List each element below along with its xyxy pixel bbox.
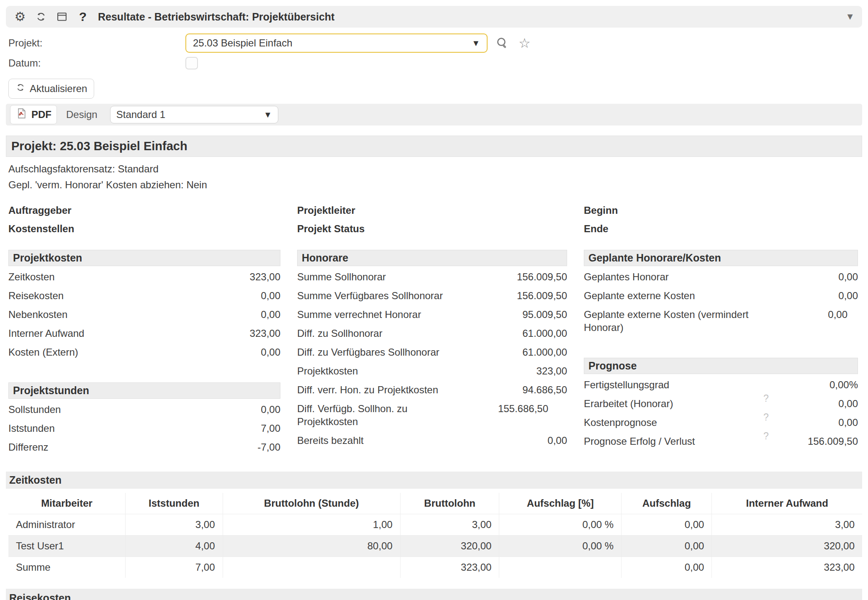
pdf-button[interactable]: PDF bbox=[10, 105, 57, 124]
table-row: Geplantes Honorar 0,00 bbox=[584, 267, 858, 286]
table-row: Iststunden 7,00 bbox=[8, 419, 280, 438]
table-row: Diff. zu Sollhonorar 61.000,00 bbox=[297, 324, 567, 343]
refresh-icon[interactable] bbox=[34, 10, 48, 23]
column-header: Mitarbeiter bbox=[8, 493, 125, 514]
table-row: Summe verrechnet Honorar 95.009,50 bbox=[297, 305, 567, 324]
projektleiter-label: Projektleiter bbox=[297, 205, 584, 216]
cell bbox=[223, 557, 400, 578]
cell: 1,00 bbox=[223, 514, 400, 536]
table-row: Kostenprognose ? 0,00 bbox=[584, 413, 858, 432]
column-header: Bruttolohn (Stunde) bbox=[223, 493, 400, 514]
chevron-down-icon: ▼ bbox=[472, 38, 480, 48]
panel-title: Projektstunden bbox=[8, 382, 280, 399]
row-value: 156.009,50 bbox=[787, 435, 858, 448]
row-value: 7,00 bbox=[209, 422, 280, 435]
row-value: -7,00 bbox=[209, 441, 280, 454]
row-label: Differenz bbox=[8, 441, 209, 454]
column-header: Bruttolohn bbox=[400, 493, 499, 514]
row-label: Geplante externe Kosten bbox=[584, 289, 787, 302]
projekt-select[interactable]: 25.03 Beispiel Einfach ▼ bbox=[185, 33, 488, 53]
row-label: Diff. Verfügb. Sollhon. zu Projektkosten bbox=[297, 402, 477, 428]
zeitkosten-section-header: Zeitkosten bbox=[6, 472, 862, 489]
row-label: Nebenkosten bbox=[8, 308, 209, 321]
panel-geplante-honorare: Geplante Honorare/Kosten Geplantes Honor… bbox=[584, 250, 858, 337]
row-label: Iststunden bbox=[8, 422, 209, 435]
datum-checkbox[interactable] bbox=[185, 57, 198, 69]
aktualisieren-button[interactable]: Aktualisieren bbox=[8, 79, 94, 99]
row-value: 323,00 bbox=[209, 270, 280, 283]
search-icon[interactable] bbox=[495, 36, 509, 50]
cell: 320,00 bbox=[712, 536, 862, 557]
cell: 323,00 bbox=[712, 557, 862, 578]
honorar-abziehen-line: Gepl. 'verm. Honorar' Kosten abziehen: N… bbox=[8, 177, 868, 193]
table-row: Diff. Verfügb. Sollhon. zu Projektkosten… bbox=[297, 399, 567, 431]
cell: Summe bbox=[8, 557, 125, 578]
row-label: Kostenprognose bbox=[584, 416, 763, 429]
panel-prognose: Prognose Fertigstellungsgrad 0,00% Erarb… bbox=[584, 358, 858, 451]
cell: 323,00 bbox=[400, 557, 499, 578]
panels-column-1: Projektkosten Zeitkosten 323,00 Reisekos… bbox=[8, 250, 280, 456]
chevron-down-icon: ▼ bbox=[264, 110, 272, 120]
column-header: Aufschlag [%] bbox=[499, 493, 621, 514]
projekt-select-value: 25.03 Beispiel Einfach bbox=[193, 37, 472, 49]
row-value: 0,00 bbox=[209, 346, 280, 359]
cell bbox=[499, 557, 621, 578]
projekt-row: Projekt: 25.03 Beispiel Einfach ▼ ☆ bbox=[8, 33, 868, 53]
beginn-label: Beginn bbox=[584, 205, 858, 216]
help-icon[interactable]: ? bbox=[763, 430, 787, 443]
row-label: Reisekosten bbox=[8, 289, 209, 302]
row-label: Diff. verr. Hon. zu Projektkosten bbox=[297, 383, 496, 396]
table-row: Fertigstellungsgrad 0,00% bbox=[584, 375, 858, 394]
page-title: Resultate - Betriebswirtschaft: Projektü… bbox=[98, 11, 334, 23]
help-icon[interactable]: ? bbox=[76, 10, 90, 23]
report-subtitles: Aufschlagsfaktorensatz: Standard Gepl. '… bbox=[8, 161, 868, 193]
help-icon[interactable]: ? bbox=[763, 411, 787, 424]
reisekosten-section-header: Reisekosten bbox=[6, 589, 862, 600]
column-header: Iststunden bbox=[125, 493, 223, 514]
row-value: 95.009,50 bbox=[496, 308, 567, 321]
row-label: Sollstunden bbox=[8, 403, 209, 416]
design-select[interactable]: Standard 1 ▼ bbox=[110, 106, 278, 123]
row-value: 94.686,50 bbox=[496, 383, 567, 396]
aktualisieren-label: Aktualisieren bbox=[30, 83, 87, 95]
table-row: Erarbeitet (Honorar) ? 0,00 bbox=[584, 394, 858, 413]
panels-column-2: Honorare Summe Sollhonorar 156.009,50 Su… bbox=[297, 250, 567, 450]
table-row: Geplante externe Kosten (vermindert Hono… bbox=[584, 305, 858, 337]
table-row: Administrator 3,00 1,00 3,00 0,00 % 0,00… bbox=[8, 514, 862, 536]
favorite-star-icon[interactable]: ☆ bbox=[519, 35, 531, 51]
pdf-file-icon bbox=[15, 108, 27, 122]
table-row: Prognose Erfolg / Verlust ? 156.009,50 bbox=[584, 432, 858, 451]
help-icon[interactable]: ? bbox=[763, 392, 787, 405]
row-label: Erarbeitet (Honorar) bbox=[584, 397, 763, 410]
table-row: Summe Sollhonorar 156.009,50 bbox=[297, 267, 567, 286]
design-select-value: Standard 1 bbox=[116, 109, 264, 121]
row-label: Diff. zu Sollhonorar bbox=[297, 327, 496, 340]
table-row: Diff. zu Verfügbares Sollhonorar 61.000,… bbox=[297, 343, 567, 362]
collapse-panel-icon[interactable]: ▼ bbox=[845, 11, 855, 22]
row-value: 0,00 bbox=[787, 289, 858, 302]
row-value: 0,00 bbox=[787, 416, 858, 429]
panel-title: Projektkosten bbox=[8, 250, 280, 266]
table-row: Summe Verfügbares Sollhonorar 156.009,50 bbox=[297, 286, 567, 305]
cell: 0,00 bbox=[621, 536, 712, 557]
table-row: Nebenkosten 0,00 bbox=[8, 305, 280, 324]
refresh-icon bbox=[15, 82, 26, 95]
row-value: 0,00 bbox=[209, 308, 280, 321]
window-icon[interactable] bbox=[55, 10, 69, 23]
row-label: Bereits bezahlt bbox=[297, 434, 496, 447]
table-row: Summe 7,00 323,00 0,00 323,00 bbox=[8, 557, 862, 578]
panel-title: Prognose bbox=[584, 358, 858, 374]
panel-title: Geplante Honorare/Kosten bbox=[584, 250, 858, 266]
gear-icon[interactable]: ⚙ bbox=[13, 10, 27, 23]
cell: 320,00 bbox=[400, 536, 499, 557]
row-label: Interner Aufwand bbox=[8, 327, 209, 340]
cell: 3,00 bbox=[712, 514, 862, 536]
panels-column-3: Geplante Honorare/Kosten Geplantes Honor… bbox=[584, 250, 858, 451]
row-label: Summe Sollhonorar bbox=[297, 270, 496, 283]
table-row: Interner Aufwand 323,00 bbox=[8, 324, 280, 343]
table-row: Kosten (Extern) 0,00 bbox=[8, 343, 280, 362]
row-value: 0,00 bbox=[787, 397, 858, 410]
row-value: 0,00 bbox=[787, 270, 858, 283]
panel-projektstunden: Projektstunden Sollstunden 0,00 Iststund… bbox=[8, 382, 280, 456]
projekt-label: Projekt: bbox=[8, 37, 185, 49]
